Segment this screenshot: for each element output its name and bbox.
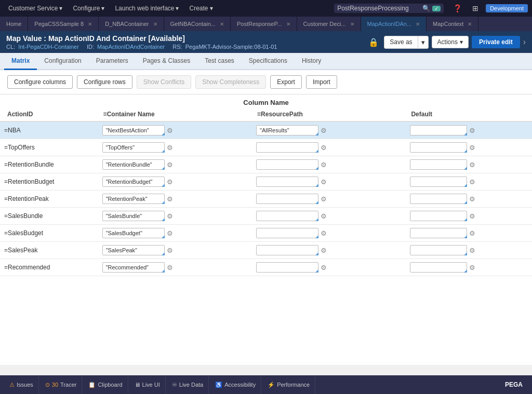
subtab-parameters[interactable]: Parameters (89, 53, 136, 70)
id-value[interactable]: MapActionIDAndContainer (97, 44, 165, 50)
default-input[interactable] (410, 125, 467, 135)
tab-getnba[interactable]: GetNBAContain... ✕ (164, 17, 231, 31)
help-icon[interactable]: ❓ (450, 3, 465, 13)
save-as-dropdown-button[interactable]: ▾ (418, 36, 429, 49)
container-name-input[interactable] (102, 228, 165, 238)
gear-icon[interactable]: ⚙ (321, 264, 327, 271)
gear-icon[interactable]: ⚙ (167, 127, 173, 134)
gear-icon[interactable]: ⚙ (469, 195, 475, 203)
configure-columns-button[interactable]: Configure columns (7, 75, 73, 89)
actions-button[interactable]: Actions ▾ (432, 36, 469, 48)
subtab-matrix[interactable]: Matrix (4, 53, 37, 70)
close-icon[interactable]: ✕ (88, 21, 92, 27)
default-input[interactable] (410, 159, 467, 170)
default-input[interactable] (410, 262, 467, 273)
gear-icon[interactable]: ⚙ (469, 144, 475, 152)
default-input[interactable] (410, 211, 467, 221)
resource-path-input[interactable] (256, 125, 318, 135)
grid-icon[interactable]: ⊞ (469, 3, 482, 13)
nav-customer-service[interactable]: Customer Service ▾ (4, 3, 66, 14)
gear-icon[interactable]: ⚙ (167, 161, 173, 169)
default-input[interactable] (410, 245, 467, 255)
close-icon[interactable]: ✕ (350, 21, 354, 27)
subtab-configuration[interactable]: Configuration (37, 53, 88, 70)
action-id-cell: =TopOffers (0, 139, 98, 156)
container-name-input[interactable] (102, 176, 165, 187)
show-conflicts-button[interactable]: Show Conflicts (137, 75, 191, 89)
gear-icon[interactable]: ⚙ (321, 229, 327, 237)
resource-path-input[interactable] (256, 262, 318, 273)
subtab-test-cases[interactable]: Test cases (197, 53, 242, 70)
gear-icon[interactable]: ⚙ (321, 195, 327, 203)
gear-icon[interactable]: ⚙ (469, 229, 475, 237)
search-bar: 🔍 ✓ (334, 4, 444, 13)
gear-icon[interactable]: ⚙ (167, 247, 173, 254)
resource-path-input[interactable] (256, 228, 318, 238)
container-name-input[interactable] (102, 211, 165, 221)
close-icon[interactable]: ✕ (416, 21, 420, 27)
default-input[interactable] (410, 228, 467, 238)
nav-launch-web[interactable]: Launch web interface ▾ (111, 3, 183, 14)
gear-icon[interactable]: ⚙ (469, 127, 475, 134)
container-name-input[interactable] (102, 262, 165, 273)
resource-path-input[interactable] (256, 176, 318, 187)
nav-configure[interactable]: Configure ▾ (69, 3, 109, 14)
subtab-specifications[interactable]: Specifications (242, 53, 295, 70)
tab-customer-deci[interactable]: Customer Deci... ✕ (297, 17, 361, 31)
header-actionid: ActionID (0, 107, 98, 121)
gear-icon[interactable]: ⚙ (167, 264, 173, 271)
private-edit-button[interactable]: Private edit (472, 36, 520, 48)
close-panel-icon[interactable]: › (523, 37, 526, 47)
gear-icon[interactable]: ⚙ (167, 144, 173, 152)
gear-icon[interactable]: ⚙ (321, 212, 327, 220)
gear-icon[interactable]: ⚙ (321, 247, 327, 254)
resource-path-input[interactable] (256, 211, 318, 221)
resource-path-input[interactable] (256, 159, 318, 170)
close-icon[interactable]: ✕ (220, 21, 224, 27)
gear-icon[interactable]: ⚙ (469, 161, 475, 169)
container-name-input[interactable] (102, 142, 165, 153)
save-as-button[interactable]: Save as (384, 36, 418, 49)
container-name-input[interactable] (102, 125, 165, 135)
resource-path-input[interactable] (256, 142, 318, 153)
gear-icon[interactable]: ⚙ (321, 178, 327, 186)
tab-dnba[interactable]: D_NBAContainer ✕ (99, 17, 164, 31)
export-button[interactable]: Export (270, 75, 302, 89)
default-input[interactable] (410, 142, 467, 153)
default-input[interactable] (410, 194, 467, 204)
rs-value[interactable]: PegaMKT-Advisor-Sample:08-01-01 (185, 44, 277, 50)
gear-icon[interactable]: ⚙ (167, 178, 173, 186)
tab-mapaction[interactable]: MapActionIDAn... ✕ (361, 17, 427, 31)
nav-create[interactable]: Create ▾ (185, 3, 217, 14)
gear-icon[interactable]: ⚙ (469, 178, 475, 186)
gear-icon[interactable]: ⚙ (167, 195, 173, 203)
tab-postresponse[interactable]: PostResponseP... ✕ (231, 17, 297, 31)
gear-icon[interactable]: ⚙ (167, 212, 173, 220)
gear-icon[interactable]: ⚙ (469, 247, 475, 254)
resource-path-input[interactable] (256, 194, 318, 204)
container-name-input[interactable] (102, 245, 165, 255)
gear-icon[interactable]: ⚙ (321, 144, 327, 152)
close-icon[interactable]: ✕ (286, 21, 290, 27)
search-input[interactable] (337, 5, 420, 12)
gear-icon[interactable]: ⚙ (469, 212, 475, 220)
container-name-input[interactable] (102, 159, 165, 170)
tab-mapcontext[interactable]: MapContext ✕ (427, 17, 478, 31)
gear-icon[interactable]: ⚙ (321, 127, 327, 134)
gear-icon[interactable]: ⚙ (469, 264, 475, 271)
subtab-history[interactable]: History (295, 53, 328, 70)
subtab-pages-classes[interactable]: Pages & Classes (136, 53, 197, 70)
gear-icon[interactable]: ⚙ (167, 229, 173, 237)
configure-rows-button[interactable]: Configure rows (77, 75, 132, 89)
tab-home[interactable]: Home (0, 17, 28, 31)
cl-value[interactable]: Int-PegaCDH-Container (18, 44, 79, 50)
resource-path-input[interactable] (256, 245, 318, 255)
show-completeness-button[interactable]: Show Completeness (195, 75, 266, 89)
gear-icon[interactable]: ⚙ (321, 161, 327, 169)
close-icon[interactable]: ✕ (468, 21, 472, 27)
default-input[interactable] (410, 176, 467, 187)
close-icon[interactable]: ✕ (153, 21, 157, 27)
tab-pegacss[interactable]: PegaCSSSample 8 ✕ (28, 17, 99, 31)
container-name-input[interactable] (102, 194, 165, 204)
import-button[interactable]: Import (306, 75, 337, 89)
